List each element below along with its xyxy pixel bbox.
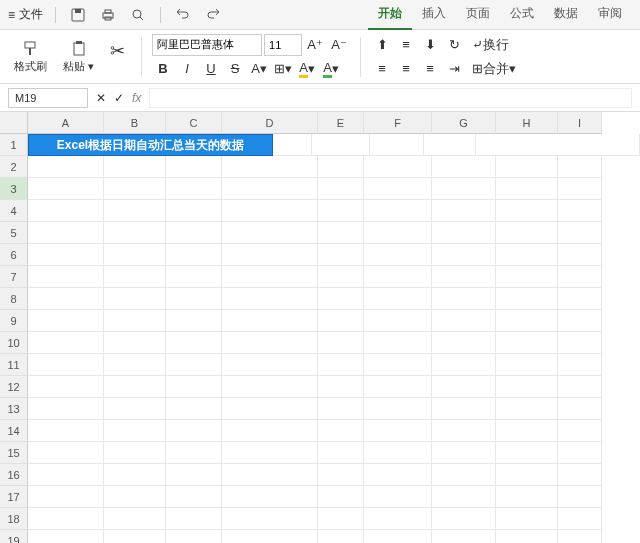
cell[interactable] <box>496 398 558 420</box>
cell[interactable] <box>496 486 558 508</box>
cell[interactable] <box>318 398 364 420</box>
column-header[interactable]: C <box>166 112 222 134</box>
cell[interactable] <box>104 376 166 398</box>
column-header[interactable]: G <box>432 112 496 134</box>
cell[interactable] <box>104 200 166 222</box>
cell[interactable] <box>318 420 364 442</box>
font-name-select[interactable] <box>152 34 262 56</box>
cell[interactable] <box>166 442 222 464</box>
cell[interactable] <box>496 266 558 288</box>
cell[interactable] <box>558 508 602 530</box>
cell[interactable] <box>432 376 496 398</box>
cell[interactable] <box>318 508 364 530</box>
cell[interactable] <box>166 486 222 508</box>
cell[interactable] <box>318 530 364 543</box>
cell[interactable] <box>496 244 558 266</box>
cell[interactable] <box>28 486 104 508</box>
cell[interactable] <box>222 530 318 543</box>
cell[interactable] <box>166 310 222 332</box>
confirm-icon[interactable]: ✓ <box>114 91 124 105</box>
cell[interactable] <box>222 288 318 310</box>
cell[interactable] <box>104 508 166 530</box>
increase-font-icon[interactable]: A⁺ <box>304 34 326 56</box>
align-bottom-icon[interactable]: ⬇ <box>419 34 441 56</box>
cell[interactable] <box>28 310 104 332</box>
cell[interactable] <box>432 178 496 200</box>
cell[interactable] <box>318 288 364 310</box>
cell[interactable] <box>370 134 424 156</box>
cell[interactable] <box>558 398 602 420</box>
row-header[interactable]: 14 <box>0 420 28 442</box>
column-header[interactable]: B <box>104 112 166 134</box>
cell[interactable] <box>496 288 558 310</box>
cell[interactable] <box>496 332 558 354</box>
cell[interactable] <box>222 244 318 266</box>
wrap-button[interactable]: ⤶ 换行 <box>467 34 514 56</box>
row-header[interactable]: 16 <box>0 464 28 486</box>
cell[interactable] <box>104 222 166 244</box>
row-header[interactable]: 5 <box>0 222 28 244</box>
cell[interactable]: Excel根据日期自动汇总当天的数据 <box>28 134 273 156</box>
cell[interactable] <box>222 222 318 244</box>
cell[interactable] <box>28 200 104 222</box>
cell[interactable] <box>166 398 222 420</box>
cell[interactable] <box>166 332 222 354</box>
cell[interactable] <box>28 376 104 398</box>
cell[interactable] <box>432 354 496 376</box>
cell[interactable] <box>166 156 222 178</box>
font-color-button[interactable]: A▾ <box>248 58 270 80</box>
cell[interactable] <box>558 310 602 332</box>
bold-button[interactable]: B <box>152 58 174 80</box>
tab-page[interactable]: 页面 <box>456 0 500 30</box>
cell[interactable] <box>222 398 318 420</box>
cell[interactable] <box>104 486 166 508</box>
decrease-font-icon[interactable]: A⁻ <box>328 34 350 56</box>
cell[interactable] <box>318 222 364 244</box>
cell[interactable] <box>432 398 496 420</box>
cell[interactable] <box>558 288 602 310</box>
cell[interactable] <box>432 420 496 442</box>
cell[interactable] <box>364 178 432 200</box>
row-header[interactable]: 4 <box>0 200 28 222</box>
row-header[interactable]: 6 <box>0 244 28 266</box>
cell[interactable] <box>318 376 364 398</box>
cell[interactable] <box>496 354 558 376</box>
row-header[interactable]: 19 <box>0 530 28 543</box>
cell[interactable] <box>318 332 364 354</box>
cell[interactable] <box>273 134 312 156</box>
cell[interactable] <box>364 156 432 178</box>
cell[interactable] <box>558 200 602 222</box>
cell[interactable] <box>222 310 318 332</box>
cell[interactable] <box>104 244 166 266</box>
tab-data[interactable]: 数据 <box>544 0 588 30</box>
cell[interactable] <box>364 200 432 222</box>
cell[interactable] <box>222 332 318 354</box>
cell[interactable] <box>318 156 364 178</box>
cell[interactable] <box>28 442 104 464</box>
cell[interactable] <box>318 178 364 200</box>
cell[interactable] <box>222 266 318 288</box>
cell[interactable] <box>104 420 166 442</box>
cell[interactable] <box>558 420 602 442</box>
cell[interactable] <box>432 244 496 266</box>
cell[interactable] <box>28 508 104 530</box>
row-header[interactable]: 3 <box>0 178 28 200</box>
cell[interactable] <box>364 398 432 420</box>
align-left-icon[interactable]: ≡ <box>371 58 393 80</box>
cell[interactable] <box>496 420 558 442</box>
cell[interactable] <box>432 200 496 222</box>
cell[interactable] <box>28 178 104 200</box>
cut-button[interactable]: ✂ <box>104 39 131 75</box>
cell[interactable] <box>104 156 166 178</box>
border-button[interactable]: ⊞▾ <box>272 58 294 80</box>
cell[interactable] <box>166 376 222 398</box>
strike-button[interactable]: S <box>224 58 246 80</box>
highlight-button[interactable]: A▾ <box>320 58 342 80</box>
redo-icon[interactable] <box>203 5 223 25</box>
cell[interactable] <box>432 222 496 244</box>
cell[interactable] <box>166 266 222 288</box>
cell[interactable] <box>28 222 104 244</box>
cell[interactable] <box>364 310 432 332</box>
cell[interactable] <box>222 156 318 178</box>
cell[interactable] <box>166 354 222 376</box>
